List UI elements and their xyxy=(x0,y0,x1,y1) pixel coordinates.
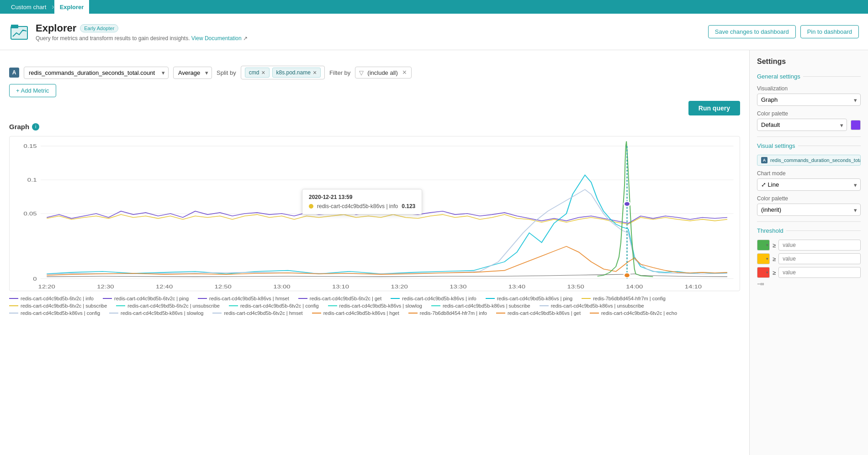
legend-item: redis-cart-cd4c9bd5b-k86vs | info xyxy=(391,296,476,301)
color-palette-dropdown[interactable]: Default xyxy=(757,119,847,131)
threshold-gte-2: ≥ xyxy=(773,256,776,262)
threshold-input-yellow[interactable] xyxy=(778,253,861,264)
metric-dropdown[interactable]: redis_commands_duration_seconds_total.co… xyxy=(24,67,169,79)
filter-by-label: Filter by xyxy=(329,69,350,76)
chart-mode-label: Chart mode xyxy=(757,170,861,177)
tag-cmd: cmd × xyxy=(245,68,270,78)
threshold-gte-1: ≥ xyxy=(773,242,776,249)
legend-item: redis-cart-cd4c9bd5b-6tv2c | config xyxy=(229,303,319,309)
legend-item: redis-cart-cd4c9bd5b-k86vs | config xyxy=(9,310,100,316)
header-buttons: Save changes to dashboard Pin to dashboa… xyxy=(708,25,859,38)
pin-to-dashboard-button[interactable]: Pin to dashboard xyxy=(800,25,859,38)
threshold-row-yellow: ≥ xyxy=(757,253,861,264)
svg-point-25 xyxy=(624,273,630,278)
metric-chip: A redis_commands_duration_seconds_tota xyxy=(757,155,861,166)
threshold-input-red[interactable] xyxy=(778,267,861,278)
header-left: Explorer Early Adopter Query for metrics… xyxy=(9,22,248,42)
aggregation-dropdown[interactable]: Average xyxy=(173,67,212,79)
legend-item: redis-cart-cd4c9bd5b-k86vs | slowlog xyxy=(109,310,203,316)
legend-item: redis-cart-cd4c9bd5b-6tv2c | subscribe xyxy=(9,303,107,309)
svg-text:0.15: 0.15 xyxy=(24,143,37,149)
nav-explorer[interactable]: Explorer xyxy=(54,0,90,14)
threshold-color-green[interactable] xyxy=(757,240,770,251)
threshold-color-red[interactable] xyxy=(757,267,770,278)
chart-container: 0.15 0.1 0.05 0 12:20 12:30 12:40 12:50 … xyxy=(9,136,740,291)
metric-select-wrapper: redis_commands_duration_seconds_total.co… xyxy=(24,67,169,79)
legend-item: redis-cart-cd4c9bd5b-6tv2c | unsubscribe xyxy=(116,303,220,309)
content-area: A redis_commands_duration_seconds_total.… xyxy=(0,50,749,455)
filter-value: (include all) xyxy=(367,69,397,76)
add-metric-button[interactable]: + Add Metric xyxy=(9,84,56,97)
remove-cmd-tag[interactable]: × xyxy=(261,69,265,76)
legend-item: redis-cart-cd4c9bd5b-6tv2c | echo xyxy=(590,310,677,316)
divider xyxy=(757,136,861,137)
header-text: Explorer Early Adopter Query for metrics… xyxy=(36,22,248,42)
legend-item: redis-cart-cd4c9bd5b-k86vs | slowlog xyxy=(328,303,422,309)
run-query-button[interactable]: Run query xyxy=(688,101,740,115)
chart-mode-dropdown[interactable]: ⤢ Line xyxy=(757,178,861,191)
svg-text:13:00: 13:00 xyxy=(273,283,290,289)
legend-item: redis-cart-cd4c9bd5b-6tv2c | ping xyxy=(103,296,189,301)
top-nav: Custom chart › Explorer xyxy=(0,0,868,14)
clear-filter-button[interactable]: × xyxy=(402,68,408,77)
threshold-inf: −∞ xyxy=(757,281,861,287)
svg-text:13:30: 13:30 xyxy=(450,283,466,289)
doc-link[interactable]: View Documentation xyxy=(191,35,242,42)
header-description: Query for metrics and transform results … xyxy=(36,35,248,42)
legend-item: redis-cart-cd4c9bd5b-k86vs | hmset xyxy=(198,296,289,301)
run-query-bar: Run query xyxy=(9,101,740,115)
settings-panel: Settings General settings Visualization … xyxy=(749,50,868,455)
page-header: Explorer Early Adopter Query for metrics… xyxy=(0,14,868,50)
early-adopter-badge: Early Adopter xyxy=(80,24,118,32)
color-palette-inherit-dropdown[interactable]: (inherit) xyxy=(757,204,861,216)
threshold-color-yellow[interactable] xyxy=(757,253,770,264)
visualization-select-wrapper: Graph xyxy=(757,94,861,106)
aggregation-select-wrapper: Average xyxy=(173,67,212,79)
svg-text:14:00: 14:00 xyxy=(626,283,643,289)
svg-rect-0 xyxy=(11,26,27,39)
svg-text:13:20: 13:20 xyxy=(391,283,408,289)
general-settings-header: General settings xyxy=(757,73,861,80)
remove-k8s-tag[interactable]: × xyxy=(313,69,317,76)
main-container: A redis_commands_duration_seconds_total.… xyxy=(0,50,868,455)
metric-chip-name: redis_commands_duration_seconds_tota xyxy=(770,157,861,163)
color-palette-wrapper: Default xyxy=(757,119,847,131)
split-by-tags: cmd × k8s.pod.name × xyxy=(241,66,325,79)
svg-text:0: 0 xyxy=(33,276,37,282)
svg-text:13:50: 13:50 xyxy=(567,283,584,289)
threshold-row-red: ≥ xyxy=(757,267,861,278)
legend-item: redis-cart-cd4c9bd5b-k86vs | subscribe xyxy=(431,303,530,309)
page-title: Explorer xyxy=(36,22,76,34)
nav-custom-chart[interactable]: Custom chart xyxy=(5,0,52,14)
color-swatch-purple[interactable] xyxy=(851,120,861,130)
chart-mode-wrapper: ⤢ Line xyxy=(757,178,861,191)
legend-item: redis-cart-cd4c9bd5b-6tv2c | get xyxy=(298,296,382,301)
svg-rect-2 xyxy=(11,25,18,28)
color-palette-inherit-label: Color palette xyxy=(757,195,861,202)
filter-container: ▽ (include all) × xyxy=(355,67,412,78)
svg-text:14:10: 14:10 xyxy=(685,283,702,289)
metrics-bar: A redis_commands_duration_seconds_total.… xyxy=(9,59,740,84)
legend-item: redis-cart-cd4c9bd5b-6tv2c | info xyxy=(9,296,94,301)
svg-text:13:10: 13:10 xyxy=(332,283,349,289)
color-palette-row: Default xyxy=(757,119,861,131)
legend-item: redis-cart-cd4c9bd5b-k86vs | hget xyxy=(312,310,399,316)
svg-point-24 xyxy=(624,202,630,207)
graph-info-icon[interactable]: i xyxy=(32,123,39,131)
color-palette-inherit-wrapper: (inherit) xyxy=(757,204,861,216)
split-by-label: Split by xyxy=(217,69,236,76)
visualization-label: Visualization xyxy=(757,85,861,92)
save-changes-button[interactable]: Save changes to dashboard xyxy=(708,25,796,38)
visual-settings-header: Visual settings xyxy=(757,142,861,149)
chart-svg: 0.15 0.1 0.05 0 12:20 12:30 12:40 12:50 … xyxy=(10,136,740,291)
visualization-dropdown[interactable]: Graph xyxy=(757,94,861,106)
graph-header: Graph i xyxy=(9,123,740,131)
metric-chip-label: A xyxy=(761,157,767,163)
divider-2 xyxy=(757,221,861,222)
threshold-gte-3: ≥ xyxy=(773,269,776,276)
filter-icon: ▽ xyxy=(359,69,364,76)
threshold-input-green[interactable] xyxy=(778,240,861,251)
chart-legend: redis-cart-cd4c9bd5b-6tv2c | info redis-… xyxy=(9,296,740,316)
legend-item: redis-cart-cd4c9bd5b-6tv2c | hmset xyxy=(212,310,302,316)
legend-item: redis-7b6db8d454-hfr7m | config xyxy=(582,296,666,301)
